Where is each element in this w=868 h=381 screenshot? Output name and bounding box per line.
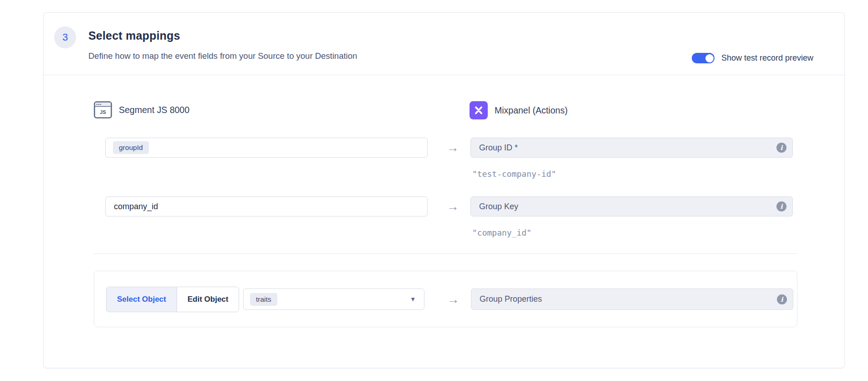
mapping-arrow-icon: → <box>439 200 466 213</box>
source-header: JS Segment JS 8000 <box>94 101 189 118</box>
header-divider <box>44 75 844 75</box>
mapping-arrow-icon: → <box>439 293 467 307</box>
destination-field-object[interactable]: Group Properties i <box>471 288 793 310</box>
select-object-button[interactable]: Select Object <box>107 287 177 312</box>
info-icon[interactable]: i <box>776 143 786 153</box>
info-icon[interactable]: i <box>776 201 786 211</box>
edit-object-button[interactable]: Edit Object <box>177 287 239 312</box>
mixpanel-logo-icon <box>470 101 488 119</box>
info-icon[interactable]: i <box>777 294 787 304</box>
destination-field-label: Group ID * <box>479 143 776 153</box>
destination-header: Mixpanel (Actions) <box>470 101 567 119</box>
destination-field-row2[interactable]: Group Key i <box>470 196 793 216</box>
toggle-knob-icon <box>705 54 714 62</box>
page-subtitle: Define how to map the event fields from … <box>88 51 357 61</box>
object-dropdown-chip: traits <box>250 293 277 306</box>
select-mappings-card: 3 Select mappings Define how to map the … <box>43 12 845 368</box>
test-preview-value-row1: "test-company-id" <box>472 169 556 179</box>
step-number-badge: 3 <box>54 26 76 48</box>
mapping-arrow-icon: → <box>439 141 466 154</box>
destination-field-row1[interactable]: Group ID * i <box>470 138 793 158</box>
show-test-record-preview-control: Show test record preview <box>692 53 813 63</box>
object-mode-button-group: Select Object Edit Object <box>106 287 239 312</box>
source-field-input-row2[interactable]: company_id <box>105 196 428 216</box>
content-divider <box>94 253 797 254</box>
source-js-browser-icon: JS <box>94 101 112 118</box>
show-preview-toggle[interactable] <box>692 53 715 63</box>
source-name: Segment JS 8000 <box>119 105 189 115</box>
step-number: 3 <box>62 31 68 43</box>
source-field-chip: groupId <box>113 141 149 154</box>
source-field-text: company_id <box>114 202 158 211</box>
toggle-label: Show test record preview <box>721 53 813 63</box>
object-source-dropdown[interactable]: traits ▼ <box>243 288 424 310</box>
page-title: Select mappings <box>88 29 180 42</box>
js-icon-text: JS <box>100 109 106 115</box>
object-mapping-box: Select Object Edit Object traits ▼ → Gro… <box>94 271 797 327</box>
destination-field-label: Group Properties <box>480 294 777 304</box>
source-field-input-row1[interactable]: groupId <box>105 138 428 158</box>
destination-field-label: Group Key <box>479 202 776 211</box>
test-preview-value-row2: "company_id" <box>472 228 531 237</box>
chevron-down-icon: ▼ <box>410 296 416 303</box>
destination-name: Mixpanel (Actions) <box>495 105 567 116</box>
